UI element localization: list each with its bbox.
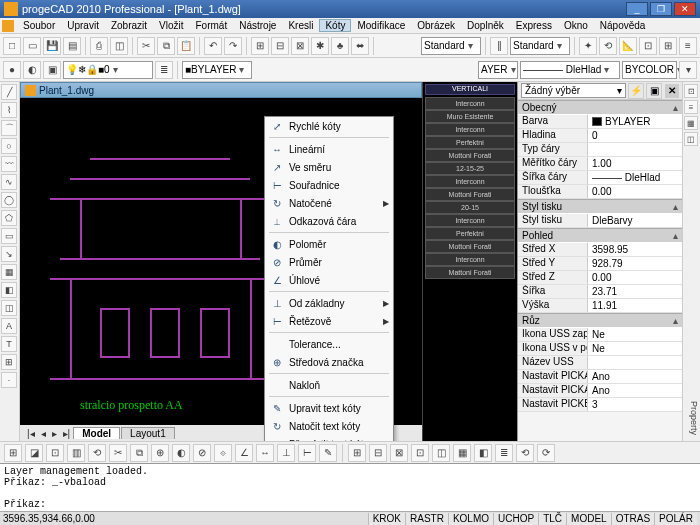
layer-tool-3[interactable]: ▣ <box>43 61 61 79</box>
menuitem--hlov-[interactable]: ∠Úhlové <box>265 271 393 289</box>
prop-row[interactable]: Šířka čáry——— DleHlad <box>518 171 682 185</box>
prop-section[interactable]: Růz▴ <box>518 313 682 328</box>
bt-22[interactable]: ▦ <box>453 444 471 462</box>
draw-region-icon[interactable]: ◫ <box>1 300 17 316</box>
bt-15[interactable]: ⊢ <box>298 444 316 462</box>
draw-circle-icon[interactable]: ○ <box>1 138 17 154</box>
status-polár[interactable]: POLÁR <box>654 513 697 525</box>
prop-section[interactable]: Obecný▴ <box>518 100 682 115</box>
prop-row[interactable]: Střed Z0.00 <box>518 271 682 285</box>
bt-6[interactable]: ✂ <box>109 444 127 462</box>
menu-vložit[interactable]: Vložit <box>153 19 189 32</box>
status-otras[interactable]: OTRAS <box>611 513 654 525</box>
menuitem-rychl-k-ty[interactable]: ⤢Rychlé kóty <box>265 117 393 135</box>
prop-row[interactable]: Ikona USS zap.Ne <box>518 328 682 342</box>
tool-c[interactable]: ⊠ <box>291 37 309 55</box>
status-krok[interactable]: KROK <box>368 513 405 525</box>
info-item[interactable]: Interconn <box>425 214 515 227</box>
command-area[interactable]: Layer management loaded.Příkaz: _-vbaloa… <box>0 463 700 511</box>
rtool-2[interactable]: ≡ <box>684 100 698 114</box>
menu-kóty[interactable]: Kóty <box>319 19 351 32</box>
bt-14[interactable]: ⊥ <box>277 444 295 462</box>
draw-pline-icon[interactable]: ⌇ <box>1 102 17 118</box>
menuitem--et-zov-[interactable]: ⊢Řetězově▶ <box>265 312 393 330</box>
combo-bycolor[interactable]: BYCOLOR▾ <box>622 61 677 79</box>
prop-row[interactable]: Nastavit PICKADDAno <box>518 370 682 384</box>
rtool-1[interactable]: ⊡ <box>684 84 698 98</box>
prop-row[interactable]: Název USS <box>518 356 682 370</box>
menuitem-p-em-stit-text-k-ty[interactable]: ⇄Přemístit text kóty <box>265 435 393 441</box>
misc-2[interactable]: ⟲ <box>599 37 617 55</box>
rtool-4[interactable]: ◫ <box>684 132 698 146</box>
bt-13[interactable]: ↔ <box>256 444 274 462</box>
color-pick[interactable]: ▾ <box>679 61 697 79</box>
prop-row[interactable]: Typ čáry <box>518 143 682 157</box>
bt-12[interactable]: ∠ <box>235 444 253 462</box>
prop-row[interactable]: Výška11.91 <box>518 299 682 313</box>
info-item[interactable]: Perfektní <box>425 136 515 149</box>
draw-ellipse-icon[interactable]: ◯ <box>1 192 17 208</box>
tab-last[interactable]: ▸| <box>60 428 74 439</box>
info-item[interactable]: 12-15-25 <box>425 162 515 175</box>
menu-formát[interactable]: Formát <box>190 19 234 32</box>
tool-a[interactable]: ⊞ <box>251 37 269 55</box>
draw-rect-icon[interactable]: ▭ <box>1 228 17 244</box>
tool-e[interactable]: ♣ <box>331 37 349 55</box>
close-button[interactable]: ✕ <box>674 2 696 16</box>
bt-24[interactable]: ≣ <box>495 444 513 462</box>
cut-button[interactable]: ✂ <box>137 37 155 55</box>
quick-select-icon[interactable]: ⚡ <box>628 83 644 99</box>
minimize-button[interactable]: _ <box>626 2 648 16</box>
menu-doplněk[interactable]: Doplněk <box>461 19 510 32</box>
tab-layout1[interactable]: Layout1 <box>121 427 175 439</box>
misc-4[interactable]: ⊡ <box>639 37 657 55</box>
open-button[interactable]: ▭ <box>23 37 41 55</box>
misc-6[interactable]: ≡ <box>679 37 697 55</box>
redo-button[interactable]: ↷ <box>224 37 242 55</box>
status-model[interactable]: MODEL <box>566 513 611 525</box>
prop-row[interactable]: Šířka23.71 <box>518 285 682 299</box>
bt-23[interactable]: ◧ <box>474 444 492 462</box>
panel-close-button[interactable]: ✕ <box>665 84 679 98</box>
bt-1[interactable]: ⊞ <box>4 444 22 462</box>
bt-10[interactable]: ⊘ <box>193 444 211 462</box>
prop-row[interactable]: Střed X3598.95 <box>518 243 682 257</box>
property-tab-label[interactable]: Property <box>684 397 699 439</box>
info-item[interactable]: Mottoni Forati <box>425 149 515 162</box>
draw-arc-icon[interactable]: ⌒ <box>1 120 17 136</box>
menu-zobrazit[interactable]: Zobrazit <box>105 19 153 32</box>
combo-dlehlad[interactable]: ———— DleHlad▾ <box>520 61 620 79</box>
prop-row[interactable]: BarvaBYLAYER <box>518 115 682 129</box>
menuitem-polom-r[interactable]: ◐Poloměr <box>265 235 393 253</box>
status-rastr[interactable]: RASTR <box>405 513 448 525</box>
status-uchop[interactable]: UCHOP <box>493 513 538 525</box>
menuitem-ve-sm-ru[interactable]: ↗Ve směru <box>265 158 393 176</box>
tab-first[interactable]: |◂ <box>24 428 38 439</box>
info-item[interactable]: Mottoni Forati <box>425 188 515 201</box>
tool-f[interactable]: ⬌ <box>351 37 369 55</box>
menuitem-upravit-text-k-ty[interactable]: ✎Upravit text kóty <box>265 399 393 417</box>
prop-row[interactable]: Styl tiskuDleBarvy <box>518 214 682 228</box>
tab-next[interactable]: ▸ <box>49 428 60 439</box>
layer-tool-2[interactable]: ◐ <box>23 61 41 79</box>
menu-nápověda[interactable]: Nápověda <box>594 19 652 32</box>
preview-button[interactable]: ◫ <box>110 37 128 55</box>
prop-row[interactable]: Ikona USS v poč.Ne <box>518 342 682 356</box>
status-kolmo[interactable]: KOLMO <box>448 513 493 525</box>
paste-button[interactable]: 📋 <box>177 37 195 55</box>
misc-3[interactable]: 📐 <box>619 37 637 55</box>
draw-curve-icon[interactable]: 〰 <box>1 156 17 172</box>
bt-7[interactable]: ⧉ <box>130 444 148 462</box>
draw-text-icon[interactable]: A <box>1 318 17 334</box>
bt-2[interactable]: ◪ <box>25 444 43 462</box>
bt-5[interactable]: ⟲ <box>88 444 106 462</box>
print-button[interactable]: ⎙ <box>90 37 108 55</box>
bt-26[interactable]: ⟳ <box>537 444 555 462</box>
bt-18[interactable]: ⊟ <box>369 444 387 462</box>
menuitem-sou-adnice[interactable]: ⊢Souřadnice <box>265 176 393 194</box>
combo-bylayer[interactable]: ■ BYLAYER▾ <box>182 61 252 79</box>
draw-line-icon[interactable]: ╱ <box>1 84 17 100</box>
draw-hatch-icon[interactable]: ▦ <box>1 264 17 280</box>
tab-prev[interactable]: ◂ <box>38 428 49 439</box>
prop-row[interactable]: Hladina0 <box>518 129 682 143</box>
